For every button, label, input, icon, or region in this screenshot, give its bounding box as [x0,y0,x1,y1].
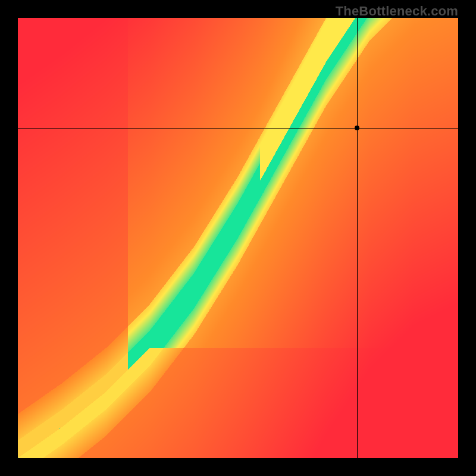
heatmap-plot [18,18,458,458]
crosshair-vertical [357,18,358,458]
watermark-text: TheBottleneck.com [336,4,458,19]
heatmap-canvas [18,18,458,458]
chart-frame: TheBottleneck.com [0,0,476,476]
crosshair-horizontal [18,128,458,129]
crosshair-dot [355,126,359,130]
